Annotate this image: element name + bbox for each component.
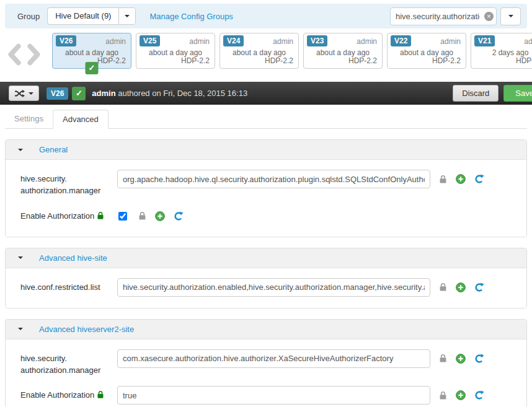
current-version-badge: V26: [47, 87, 68, 100]
config-label: Enable Authorization: [13, 207, 117, 224]
filter-dropdown-button[interactable]: [500, 7, 521, 25]
override-plus-icon[interactable]: [456, 282, 466, 292]
version-actions: Discard Save: [453, 85, 532, 102]
collapse-caret-icon[interactable]: [18, 149, 23, 151]
config-field-row: Enable Authorization: [13, 207, 519, 225]
section-advanced-hiveserver2-site: Advanced hiveserver2-site hive.security.…: [5, 319, 527, 407]
section-title[interactable]: Advanced hiveserver2-site: [39, 325, 134, 334]
version-card-v24[interactable]: V24 admin about a day ago HDP-2.2: [219, 33, 299, 69]
version-author: admin: [524, 37, 532, 46]
undo-icon[interactable]: [474, 354, 484, 364]
group-dropdown-value: Hive Default (9): [48, 8, 118, 24]
version-card-v22[interactable]: V22 admin about a day ago HDP-2.2: [387, 33, 466, 69]
version-card-v25[interactable]: V25 admin about a day ago HDP-2.2: [136, 33, 215, 69]
version-time: about a day ago: [388, 48, 466, 57]
version-badge: V26: [56, 35, 76, 46]
version-time: about a day ago: [220, 48, 298, 57]
authored-on: authored on Fri, Dec 18, 2015 16:13: [116, 89, 247, 98]
caret-down-icon: [29, 92, 33, 95]
section-body: hive.security. authorization.manager Ena…: [6, 160, 526, 237]
version-time: about a day ago: [53, 48, 131, 57]
override-plus-icon[interactable]: [456, 174, 466, 184]
version-time: about a day ago: [304, 48, 382, 57]
config-value-input[interactable]: [117, 170, 430, 188]
author-name: admin: [92, 89, 115, 98]
final-lock-icon[interactable]: [439, 175, 447, 184]
version-card-v21[interactable]: V21 admin 2 days ago HDP-2.2: [471, 33, 532, 69]
override-plus-icon[interactable]: [456, 354, 466, 364]
section-header[interactable]: Advanced hiveserver2-site: [6, 320, 526, 339]
collapse-caret-icon[interactable]: [18, 256, 23, 259]
compare-dropdown-button[interactable]: [9, 85, 39, 101]
version-badge: V25: [140, 35, 160, 46]
version-card-v23[interactable]: V23 admin about a day ago HDP-2.2: [303, 33, 383, 69]
section-body: hive.conf.restricted.list: [6, 268, 526, 308]
version-stack: HDP-2.2: [265, 56, 293, 65]
version-author: admin: [273, 37, 293, 46]
section-header[interactable]: Advanced hive-site: [6, 248, 526, 268]
config-label: Enable Authorization: [13, 386, 117, 403]
undo-icon[interactable]: [174, 211, 184, 221]
version-time: 2 days ago: [471, 48, 532, 57]
version-stack: HDP-2.2: [348, 56, 377, 65]
version-badge: V21: [474, 35, 495, 46]
section-title[interactable]: Advanced hive-site: [39, 253, 107, 263]
section-general: General hive.security. authorization.man…: [5, 139, 527, 237]
version-time: about a day ago: [136, 48, 215, 57]
version-card-v26[interactable]: V26 admin about a day ago HDP-2.2 ✓: [52, 33, 131, 69]
config-field-row: hive.security. authorization.manager: [13, 170, 519, 197]
section-body: hive.security. authorization.manager Ena…: [6, 339, 526, 407]
filter-input[interactable]: [390, 7, 497, 25]
authored-text: admin authored on Fri, Dec 18, 2015 16:1…: [92, 89, 247, 98]
override-plus-icon[interactable]: [456, 390, 466, 400]
discard-button[interactable]: Discard: [453, 85, 499, 102]
final-lock-icon[interactable]: [439, 391, 447, 400]
final-lock-icon[interactable]: [138, 211, 146, 221]
undo-icon[interactable]: [474, 174, 484, 184]
manage-config-groups-link[interactable]: Manage Config Groups: [149, 12, 233, 21]
config-label: hive.conf.restricted.list: [13, 278, 117, 294]
final-lock-icon[interactable]: [439, 282, 447, 292]
version-author: admin: [440, 37, 461, 46]
section-header[interactable]: General: [6, 140, 526, 160]
config-value-input[interactable]: [117, 349, 430, 368]
group-dropdown-caret[interactable]: [118, 8, 135, 24]
enable-authorization-checkbox[interactable]: [118, 212, 127, 221]
config-field-row: hive.conf.restricted.list: [13, 278, 519, 297]
version-author: admin: [357, 37, 377, 46]
secure-lock-icon: [97, 390, 104, 403]
version-badge: V23: [307, 35, 327, 46]
selected-version-bar: V26 ✓ admin authored on Fri, Dec 18, 201…: [0, 82, 532, 105]
carousel-nav: [5, 43, 43, 68]
config-tabs: Settings Advanced: [5, 110, 527, 129]
shuffle-icon: [14, 90, 25, 97]
tab-advanced[interactable]: Advanced: [53, 110, 109, 129]
undo-icon[interactable]: [474, 390, 484, 400]
current-version-check-icon: ✓: [86, 62, 99, 74]
section-advanced-hive-site: Advanced hive-site hive.conf.restricted.…: [5, 248, 527, 309]
save-button[interactable]: Save: [503, 85, 532, 102]
version-badge: V22: [391, 35, 411, 46]
config-field-row: Enable Authorization: [13, 386, 519, 405]
clear-filter-icon[interactable]: ×: [484, 12, 494, 21]
tab-settings[interactable]: Settings: [5, 110, 53, 129]
undo-icon[interactable]: [474, 282, 484, 292]
version-author: admin: [105, 37, 126, 46]
version-stack: HDP-2.2: [432, 56, 461, 65]
caret-down-icon: [508, 15, 513, 17]
caret-down-icon: [125, 15, 130, 17]
override-plus-icon[interactable]: [155, 211, 165, 221]
version-author: admin: [189, 37, 210, 46]
config-value-input[interactable]: [117, 386, 430, 405]
config-value-input[interactable]: [117, 278, 430, 297]
section-title[interactable]: General: [39, 145, 68, 154]
group-dropdown-button[interactable]: Hive Default (9): [47, 7, 136, 25]
final-lock-icon[interactable]: [439, 354, 447, 363]
group-label: Group: [17, 12, 40, 21]
collapse-caret-icon[interactable]: [18, 328, 23, 330]
chevron-left-icon[interactable]: [5, 43, 24, 68]
secure-lock-icon: [97, 211, 104, 224]
filter-area: ×: [390, 7, 521, 25]
version-stack: HDP-2.2: [181, 56, 210, 65]
chevron-right-icon[interactable]: [25, 43, 43, 68]
